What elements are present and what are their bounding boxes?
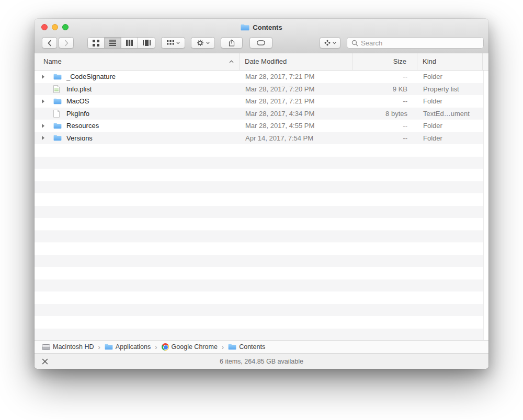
plugin-dropdown-button[interactable]: [320, 37, 340, 49]
folder-icon: [53, 74, 66, 80]
plist-icon: [53, 85, 66, 93]
coverflow-view-icon: [143, 40, 151, 46]
file-date-modified: Mar 28, 2017, 7:21 PM: [240, 97, 354, 105]
scrollbar-track[interactable]: [483, 71, 488, 340]
path-separator: ›: [98, 343, 100, 351]
list-view-icon: [109, 40, 116, 46]
file-row[interactable]: Resources Mar 28, 2017, 4:55 PM -- Folde…: [35, 120, 488, 132]
window-controls: [41, 24, 69, 30]
toolbar: [35, 36, 488, 53]
disclosure-triangle-icon[interactable]: [42, 124, 44, 128]
file-row[interactable]: Versions Apr 14, 2017, 7:54 PM -- Folder: [35, 132, 488, 144]
status-text: 6 items, 264.85 GB available: [220, 358, 303, 365]
back-button[interactable]: [42, 37, 57, 49]
file-row[interactable]: PkgInfo Mar 28, 2017, 4:34 PM 8 bytes Te…: [35, 107, 488, 120]
file-size: 8 bytes: [354, 110, 418, 118]
close-window-button[interactable]: [41, 24, 48, 30]
column-header-kind[interactable]: Kind: [417, 53, 483, 70]
file-date-modified: Mar 28, 2017, 7:20 PM: [240, 85, 354, 93]
file-size: 9 KB: [354, 85, 418, 93]
file-name: MacOS: [66, 97, 240, 105]
file-name: Resources: [66, 122, 240, 130]
document-icon: [53, 110, 66, 118]
file-list: _CodeSignature Mar 28, 2017, 7:21 PM -- …: [35, 71, 488, 340]
column-header-date-modified[interactable]: Date Modified: [240, 53, 353, 70]
file-date-modified: Mar 28, 2017, 7:21 PM: [240, 73, 354, 80]
file-size: --: [354, 122, 418, 130]
arrange-dropdown-button[interactable]: [161, 37, 185, 49]
crossed-tools-icon[interactable]: [42, 358, 48, 365]
path-item[interactable]: Macintosh HD: [42, 343, 94, 351]
column-view-button[interactable]: [121, 38, 138, 48]
column-view-icon: [126, 40, 133, 46]
finder-window: Contents: [35, 19, 488, 369]
file-kind: Folder: [418, 134, 483, 142]
path-item[interactable]: Google Chrome: [162, 343, 218, 351]
share-icon: [229, 39, 235, 46]
zoom-window-button[interactable]: [62, 24, 69, 30]
column-header-size[interactable]: Size: [353, 53, 417, 70]
path-item-label: Applications: [116, 343, 151, 351]
folder-icon: [53, 123, 66, 129]
action-dropdown-button[interactable]: [191, 37, 215, 49]
file-date-modified: Mar 28, 2017, 4:34 PM: [240, 110, 354, 118]
file-name: PkgInfo: [66, 110, 240, 118]
search-icon: [351, 40, 358, 46]
file-kind: Folder: [418, 73, 483, 80]
path-item[interactable]: Applications: [105, 343, 151, 351]
file-kind: TextEd…ument: [418, 110, 483, 118]
path-bar: Macintosh HD›Applications›Google Chrome›…: [35, 340, 488, 353]
plugin-icon: [324, 40, 331, 46]
file-size: --: [354, 73, 418, 80]
tag-icon: [257, 40, 265, 45]
grid-view-icon: [93, 40, 99, 46]
file-kind: Folder: [418, 122, 483, 130]
path-separator: ›: [155, 343, 157, 351]
folder-icon: [241, 24, 249, 31]
file-row[interactable]: MacOS Mar 28, 2017, 7:21 PM -- Folder: [35, 95, 488, 108]
search-input[interactable]: [361, 39, 479, 47]
chevron-left-icon: [48, 40, 52, 46]
column-header-gutter: [483, 53, 488, 70]
file-date-modified: Apr 14, 2017, 7:54 PM: [240, 134, 354, 142]
disclosure-triangle-icon[interactable]: [42, 136, 44, 140]
column-header-name[interactable]: Name: [35, 53, 240, 70]
folder-icon: [105, 344, 113, 350]
file-size: --: [354, 134, 418, 142]
column-headers: Name Date Modified Size Kind: [35, 53, 488, 71]
chevron-down-icon: [206, 42, 210, 44]
path-item-label: Google Chrome: [172, 343, 218, 351]
hard-drive-icon: [42, 344, 50, 350]
file-list-rows: _CodeSignature Mar 28, 2017, 7:21 PM -- …: [35, 71, 488, 144]
folder-icon: [53, 98, 66, 104]
file-date-modified: Mar 28, 2017, 4:55 PM: [240, 122, 354, 130]
path-item-label: Macintosh HD: [53, 343, 94, 351]
minimize-window-button[interactable]: [52, 24, 58, 30]
chevron-right-icon: [64, 40, 69, 46]
disclosure-triangle-icon[interactable]: [42, 99, 44, 103]
file-kind: Folder: [418, 97, 483, 105]
file-size: --: [354, 97, 418, 105]
path-item-label: Contents: [239, 343, 265, 351]
sort-ascending-icon: [229, 60, 234, 63]
file-row[interactable]: _CodeSignature Mar 28, 2017, 7:21 PM -- …: [35, 71, 488, 83]
view-switcher: [87, 37, 155, 49]
path-separator: ›: [222, 343, 224, 351]
coverflow-view-button[interactable]: [138, 38, 155, 48]
share-button[interactable]: [221, 37, 243, 49]
list-view-button[interactable]: [105, 38, 121, 48]
file-row[interactable]: Info.plist Mar 28, 2017, 7:20 PM 9 KB Pr…: [35, 83, 488, 95]
forward-button[interactable]: [59, 37, 74, 49]
title-bar[interactable]: Contents: [35, 19, 488, 36]
column-header-name-label: Name: [43, 57, 62, 65]
file-name: Info.plist: [66, 85, 240, 93]
arrange-icon: [167, 40, 174, 46]
gear-icon: [197, 39, 204, 46]
chevron-down-icon: [333, 42, 336, 44]
disclosure-triangle-icon[interactable]: [42, 75, 44, 79]
icon-view-button[interactable]: [88, 38, 105, 48]
search-field[interactable]: [347, 37, 484, 49]
path-item[interactable]: Contents: [228, 343, 265, 351]
path-bar-items: Macintosh HD›Applications›Google Chrome›…: [42, 343, 265, 351]
tags-button[interactable]: [249, 37, 272, 49]
